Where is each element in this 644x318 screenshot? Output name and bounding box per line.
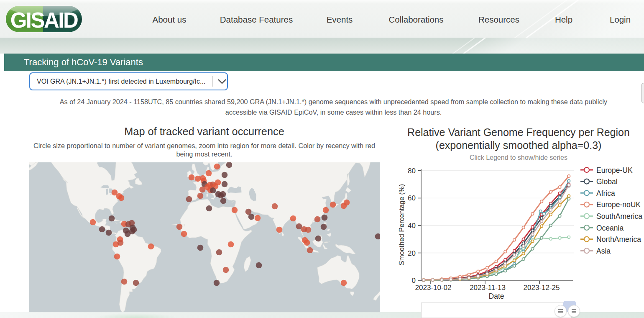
svg-text:Smoothed Percentage (%): Smoothed Percentage (%) [398, 184, 405, 265]
svg-text:Asia: Asia [596, 247, 611, 255]
svg-text:Europe-UK: Europe-UK [596, 166, 633, 174]
svg-text:2023-10-02: 2023-10-02 [415, 284, 452, 292]
svg-text:Europe-noUK: Europe-noUK [596, 200, 641, 209]
svg-text:80: 80 [408, 167, 416, 175]
svg-text:2023-12-25: 2023-12-25 [524, 284, 560, 292]
svg-text:NorthAmerica: NorthAmerica [596, 235, 641, 244]
svg-text:SouthAmerica: SouthAmerica [596, 212, 642, 221]
svg-text:Africa: Africa [596, 189, 615, 197]
svg-text:60: 60 [408, 194, 416, 202]
svg-text:Date: Date [489, 292, 504, 300]
svg-text:40: 40 [408, 222, 416, 230]
svg-text:Global: Global [596, 177, 618, 186]
svg-text:2023-11-13: 2023-11-13 [470, 284, 506, 292]
svg-text:20: 20 [408, 249, 416, 257]
svg-text:Oceania: Oceania [596, 224, 624, 232]
